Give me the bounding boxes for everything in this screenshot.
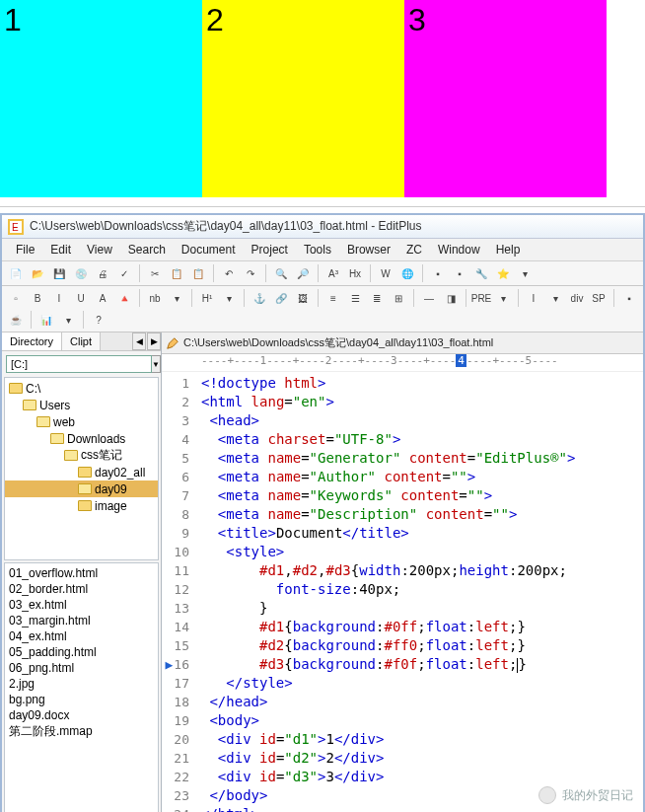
tool-button[interactable]: ▾	[219, 288, 239, 308]
code-line[interactable]: <meta name="Keywords" content="">	[201, 486, 639, 505]
tab-scroll-right-icon[interactable]: ▶	[147, 332, 161, 350]
tool-button[interactable]: ☰	[345, 288, 365, 308]
tool-button[interactable]: ≣	[367, 288, 387, 308]
tool-button[interactable]: ⚓	[250, 288, 269, 308]
tool-button[interactable]: I	[524, 288, 543, 308]
tool-button[interactable]: div	[567, 288, 587, 308]
menu-project[interactable]: Project	[244, 241, 296, 258]
tool-button[interactable]: ✓	[114, 263, 134, 283]
tool-button[interactable]: ⊞	[389, 288, 408, 308]
code-line[interactable]: font-size:40px;	[201, 580, 639, 599]
tool-button[interactable]: 📄	[6, 263, 26, 283]
tool-button[interactable]: ☕	[6, 310, 26, 330]
menu-window[interactable]: Window	[430, 241, 488, 258]
menu-help[interactable]: Help	[488, 241, 529, 258]
tree-item[interactable]: day09	[5, 480, 158, 497]
drive-dropdown-icon[interactable]: ▼	[152, 355, 161, 373]
file-item[interactable]: 02_border.html	[9, 581, 154, 597]
tree-item[interactable]: Downloads	[5, 430, 158, 447]
code-line[interactable]: <div id="d1">1</div>	[201, 730, 639, 749]
tool-button[interactable]: 🌐	[397, 263, 417, 283]
code-line[interactable]: #d1,#d2,#d3{width:200px;height:200px;	[201, 561, 639, 580]
code-line[interactable]: <div id="d2">2</div>	[201, 749, 639, 768]
tab-scroll-left-icon[interactable]: ◀	[132, 332, 146, 350]
menu-file[interactable]: File	[8, 241, 42, 258]
menu-edit[interactable]: Edit	[42, 241, 79, 258]
tool-button[interactable]: 🔧	[471, 263, 491, 283]
tree-item[interactable]: C:\	[5, 380, 158, 397]
tool-button[interactable]: 💾	[49, 263, 69, 283]
menu-tools[interactable]: Tools	[296, 241, 339, 258]
document-tab[interactable]: C:\Users\web\Downloads\css笔记\day04_all\d…	[162, 332, 643, 354]
tool-button[interactable]: A³	[323, 263, 343, 283]
code-line[interactable]: <div id="d3">3</div>	[201, 768, 639, 786]
menu-search[interactable]: Search	[120, 241, 174, 258]
file-item[interactable]: 01_overflow.html	[9, 565, 154, 581]
tool-button[interactable]: ?	[89, 310, 108, 330]
tool-button[interactable]: ▪	[619, 288, 639, 308]
tool-button[interactable]: H¹	[197, 288, 217, 308]
tool-button[interactable]: A	[93, 288, 112, 308]
code-line[interactable]: <title>Document</title>	[201, 524, 639, 543]
tool-button[interactable]: SP	[589, 288, 609, 308]
code-line[interactable]: }	[201, 599, 639, 618]
code-line[interactable]: <head>	[201, 411, 639, 430]
tree-item[interactable]: css笔记	[5, 447, 158, 464]
code-content[interactable]: <!doctype html><html lang="en"> <head> <…	[197, 372, 643, 812]
code-line[interactable]: </html>	[201, 805, 639, 812]
menu-zc[interactable]: ZC	[398, 241, 430, 258]
tool-button[interactable]: 🔗	[271, 288, 291, 308]
code-line[interactable]: #d1{background:#0ff;float:left;}	[201, 618, 639, 636]
file-item[interactable]: bg.png	[9, 692, 154, 707]
tool-button[interactable]: U	[71, 288, 91, 308]
code-line[interactable]: <style>	[201, 543, 639, 561]
tree-item[interactable]: image	[5, 497, 158, 514]
folder-tree[interactable]: C:\UserswebDownloadscss笔记day02_allday09i…	[4, 377, 159, 560]
tool-button[interactable]: ▫	[6, 288, 26, 308]
tool-button[interactable]: I	[49, 288, 69, 308]
code-line[interactable]: <!doctype html>	[201, 374, 639, 393]
file-list[interactable]: 01_overflow.html02_border.html03_ex.html…	[4, 562, 159, 812]
tool-button[interactable]: 🖨	[93, 263, 112, 283]
tool-button[interactable]: PRE	[471, 288, 491, 308]
file-item[interactable]: day09.docx	[9, 707, 154, 723]
tool-button[interactable]: 📂	[28, 263, 47, 283]
tool-button[interactable]: 🔺	[114, 288, 134, 308]
tool-button[interactable]: nb	[145, 288, 165, 308]
code-line[interactable]: <html lang="en">	[201, 393, 639, 411]
code-editor[interactable]: 123456789101112131415▶161718192021222324…	[162, 372, 643, 812]
code-line[interactable]: <body>	[201, 711, 639, 730]
menu-view[interactable]: View	[79, 241, 120, 258]
tool-button[interactable]: ↷	[241, 263, 260, 283]
file-item[interactable]: 03_margin.html	[9, 613, 154, 628]
tool-button[interactable]: 📋	[167, 263, 186, 283]
tool-button[interactable]: ▾	[58, 310, 78, 330]
code-line[interactable]: </style>	[201, 674, 639, 693]
tool-button[interactable]: Hx	[345, 263, 365, 283]
tool-button[interactable]: B	[28, 288, 47, 308]
code-line[interactable]: #d2{background:#ff0;float:left;}	[201, 636, 639, 655]
tool-button[interactable]: ▾	[493, 288, 513, 308]
tree-item[interactable]: day02_all	[5, 464, 158, 480]
file-item[interactable]: 04_ex.html	[9, 628, 154, 644]
code-line[interactable]: </head>	[201, 693, 639, 711]
tool-button[interactable]: 🖼	[293, 288, 313, 308]
tool-button[interactable]: 💿	[71, 263, 91, 283]
code-line[interactable]: #d3{background:#f0f;float:left;}	[201, 655, 639, 674]
file-item[interactable]: 05_padding.html	[9, 644, 154, 660]
file-item[interactable]: 03_ex.html	[9, 597, 154, 613]
menu-document[interactable]: Document	[174, 241, 244, 258]
tool-button[interactable]: ▾	[545, 288, 565, 308]
code-line[interactable]: <meta name="Author" content="">	[201, 468, 639, 486]
tool-button[interactable]: W	[376, 263, 395, 283]
drive-selector[interactable]: ▼	[6, 355, 157, 373]
tab-directory[interactable]: Directory	[2, 332, 62, 350]
tool-button[interactable]: ⭐	[493, 263, 513, 283]
tool-button[interactable]: —	[419, 288, 439, 308]
code-line[interactable]: <meta name="Description" content="">	[201, 505, 639, 524]
tool-button[interactable]: ≡	[323, 288, 343, 308]
code-line[interactable]: <meta name="Generator" content="EditPlus…	[201, 449, 639, 468]
drive-input[interactable]	[6, 355, 152, 373]
tool-button[interactable]: 🔍	[271, 263, 291, 283]
tool-button[interactable]: ▾	[167, 288, 186, 308]
